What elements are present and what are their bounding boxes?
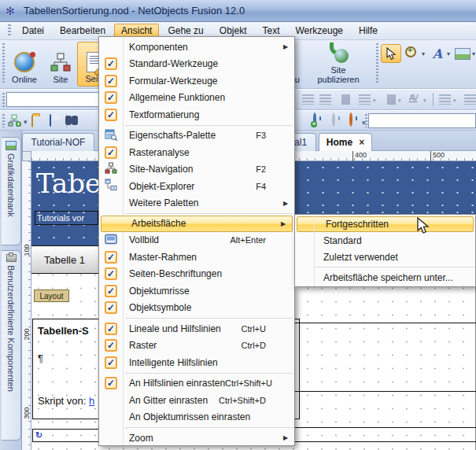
check-icon: ✓ [105, 109, 117, 121]
toolbar-grip-handle[interactable] [2, 93, 5, 107]
clocks-icon [332, 112, 335, 127]
menu-separator [125, 373, 293, 374]
new-object-button[interactable] [8, 114, 21, 129]
menu-item-an-objektumrissen-einrasten[interactable]: An Objektumrissen einrasten [99, 409, 294, 426]
arbeitsflaeche-submenu: FortgeschrittenStandardZuletzt verwendet… [294, 214, 476, 287]
text-tool-dropdown-icon[interactable]: ▾ [447, 50, 450, 57]
menu-item-standard-werkzeuge[interactable]: ✓Standard-Werkzeuge [99, 56, 294, 73]
menu-item-intelligente-hilfslinien[interactable]: ✓Intelligente Hilfslinien [99, 354, 294, 371]
sidebar-tab-grafikdatenbank[interactable]: Grafikdatenbank [2, 137, 21, 245]
image-tool-button[interactable] [453, 44, 472, 63]
toolbar-grip-handle[interactable] [2, 114, 5, 127]
menu-item-objekt-explorer[interactable]: Objekt-ExplorerF4 [99, 178, 294, 195]
address-input[interactable] [368, 113, 476, 128]
publish-site-button[interactable]: Site publizieren [312, 42, 365, 87]
menu-item-site-navigation[interactable]: Site-NavigationF2 [99, 161, 294, 179]
justify-icon[interactable] [319, 94, 331, 105]
menu-item-komponenten[interactable]: Komponenten▶ [99, 39, 294, 56]
menu-item-lineale-und-hilfslinien[interactable]: ✓Lineale und HilfslinienCtrl+U [99, 320, 294, 338]
toolbar-separator [433, 93, 434, 106]
publish-icon [328, 42, 349, 63]
kerning-icon[interactable]: AV [409, 94, 418, 102]
title-bar[interactable]: ✻ TabellenSortierung.nod - NetObjects Fu… [0, 0, 476, 22]
menu-item-an-hilfslinien-einrasten[interactable]: ✓An Hilfslinien einrastenCtrl+Shift+U [99, 375, 294, 393]
menu-item-seiten-beschriftungen[interactable]: ✓Seiten-Beschriftungen [99, 266, 294, 283]
align-right-icon[interactable] [302, 94, 314, 105]
nav-text-object[interactable]: Tutorials vor [35, 211, 98, 225]
check-icon: ✓ [105, 75, 117, 87]
menu-item-objektsymbole[interactable]: ✓Objektsymbole [99, 300, 294, 317]
menu-item-vollbild[interactable]: VollbildAlt+Enter [99, 232, 294, 249]
menu-item-objektumrisse[interactable]: ✓Objektumrisse [99, 282, 294, 300]
text-tool-icon: A [433, 46, 442, 61]
doc-tab-tutorial-nof[interactable]: Tutorial-NOF [22, 133, 94, 151]
doc-tab-home[interactable]: Home × [319, 133, 372, 151]
submenu-item-fortgeschritten[interactable]: Fortgeschritten [297, 216, 474, 232]
menubar-grip-handle[interactable] [8, 24, 11, 37]
layout-region-label[interactable]: Layout [34, 290, 69, 302]
menu-separator [125, 213, 293, 214]
toolbar-grip-handle[interactable] [2, 43, 5, 84]
page-heading-text: Tabellen-S [38, 325, 89, 337]
object-outline-line [295, 323, 476, 323]
image-tool-dropdown-icon[interactable]: ▾ [472, 50, 475, 57]
paragraph-spacing-dropdown-icon[interactable]: ▾ [398, 98, 401, 104]
app-icon: ✻ [6, 5, 18, 17]
indent-icon[interactable] [464, 94, 476, 105]
script-link[interactable]: h [89, 395, 94, 407]
check-icon: ✓ [105, 285, 117, 297]
save-button[interactable] [50, 115, 51, 126]
online-view-button[interactable]: Online [6, 42, 42, 87]
vertical-ruler[interactable]: 100200300 [22, 161, 31, 450]
window-title: TabellenSortierung.nod - NetObjects Fusi… [24, 5, 245, 17]
check-icon: ✓ [105, 323, 117, 335]
new-object-dropdown-icon[interactable]: ▾ [24, 118, 28, 126]
vruler-label-300: 300 [23, 407, 31, 419]
ansicht-dropdown-menu: Komponenten▶✓Standard-Werkzeuge✓Formular… [98, 36, 295, 446]
timeline-add-button[interactable]: + [313, 114, 316, 125]
zoom-tool-dropdown-icon[interactable]: ▾ [422, 50, 425, 57]
menu-item-master-rahmen[interactable]: ✓Master-Rahmen [99, 249, 294, 266]
menubar-item-werkzeuge[interactable]: Werkzeuge [289, 24, 350, 38]
folder-icon [31, 115, 33, 127]
submenu-item-standard[interactable]: Standard [295, 232, 475, 249]
menu-item-weitere-paletten[interactable]: Weitere Paletten▶ [99, 195, 294, 212]
sidebar-tab-komponenten[interactable]: Benutzerdefinierte Komponenten [2, 250, 21, 441]
site-view-button[interactable]: Site [42, 42, 79, 87]
submenu-arrow-icon: ▶ [281, 220, 292, 227]
menu-item-rasteranalyse[interactable]: ✓Rasteranalyse [99, 144, 294, 161]
menu-item-textformatierung[interactable]: ✓Textformatierung [99, 106, 294, 124]
menu-item-zoom[interactable]: Zoom▶ [99, 430, 294, 447]
close-tab-icon[interactable]: × [359, 137, 364, 148]
menu-item-raster[interactable]: ✓RasterCtrl+D [99, 338, 294, 355]
vruler-label-100: 100 [23, 244, 31, 256]
toolbar-grip-handle[interactable] [376, 43, 378, 84]
line-spacing-icon[interactable] [359, 94, 371, 105]
select-tool-button[interactable] [381, 44, 401, 63]
text-tool-button[interactable]: A [430, 44, 445, 63]
open-button[interactable] [31, 116, 33, 127]
menubar-item-datei[interactable]: Datei [15, 24, 51, 38]
submenu-arrow-icon: ▶ [283, 434, 294, 441]
menu-item-arbeitsfl-che[interactable]: Arbeitsfläche▶ [101, 216, 293, 232]
menu-item-eigenschafts-palette[interactable]: Eigenschafts-PaletteF3 [99, 127, 294, 145]
menu-item-formular-werkzeuge[interactable]: ✓Formular-Werkzeuge [99, 72, 294, 90]
hruler-label-400: 400 [352, 151, 367, 161]
paragraph-spacing-icon[interactable] [384, 94, 396, 105]
text-direction-icon[interactable] [338, 94, 350, 105]
submenu-item-arbeitsfl-che-speichern-unter[interactable]: Arbeitsfläche speichern unter... [295, 269, 475, 286]
bullet-list-dropdown-icon[interactable]: ▾ [453, 98, 456, 104]
zoom-tool-button[interactable] [403, 44, 420, 63]
toolbar-grip-handle[interactable] [365, 114, 367, 127]
timeline-pair-button[interactable] [332, 114, 335, 125]
menu-item-allgemeine-funktionen[interactable]: ✓Allgemeine Funktionen [99, 90, 294, 107]
submenu-item-zuletzt-verwendet[interactable]: Zuletzt verwendet [295, 249, 475, 265]
menubar-item-hilfe[interactable]: Hilfe [352, 24, 385, 38]
pilcrow-mark: ¶ [38, 352, 43, 364]
timeline-alarm-button[interactable] [349, 114, 352, 125]
kerning-dropdown-icon[interactable]: ▾ [423, 98, 426, 104]
bullet-list-icon[interactable] [439, 94, 451, 105]
menu-item-an-gitter-einrasten[interactable]: An Gitter einrastenCtrl+Shift+D [99, 392, 294, 409]
check-icon: ✓ [105, 146, 117, 159]
line-spacing-dropdown-icon[interactable]: ▾ [373, 98, 376, 104]
